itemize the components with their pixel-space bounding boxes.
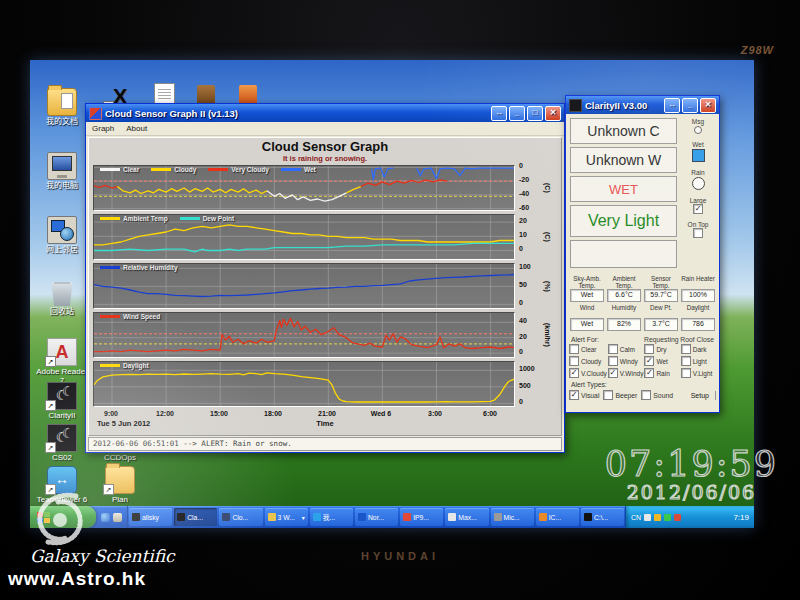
language-indicator[interactable]: CN xyxy=(631,514,641,521)
desktop-icon-网上邻居[interactable]: 网上邻居 xyxy=(34,216,90,254)
alert-checkbox-Dark[interactable]: Dark xyxy=(681,344,716,354)
plot-area[interactable]: Relative Humidity xyxy=(93,263,515,309)
tray-icon[interactable] xyxy=(674,514,681,521)
close-button[interactable]: ✕ xyxy=(700,98,716,113)
checkbox[interactable]: ✓ xyxy=(569,390,579,400)
taskbar-button-我...[interactable]: 我... xyxy=(310,508,353,526)
alert-checkbox-Cloudy[interactable]: Cloudy xyxy=(569,356,607,366)
alert-checkbox-V.Cloudy[interactable]: ✓V.Cloudy xyxy=(569,368,607,378)
alert-type-Beeper[interactable]: Beeper xyxy=(603,390,637,400)
desktop-icon-Plan[interactable]: Plan xyxy=(92,466,148,504)
watermark-url: www.Astro.hk xyxy=(8,568,146,590)
taskbar-button-IC...[interactable]: IC... xyxy=(536,508,579,526)
taskbar-button-Mic...[interactable]: Mic... xyxy=(491,508,534,526)
alert-checkbox-Rain[interactable]: ✓Rain xyxy=(644,368,679,378)
reading-label: Rain Heater xyxy=(681,275,715,289)
reading-Sensor Temp.: Sensor Temp. 59.7°C xyxy=(644,275,678,302)
taskbar-button-icon xyxy=(222,513,230,521)
alert-checkbox-Windy[interactable]: Windy xyxy=(608,356,644,366)
checkbox[interactable] xyxy=(681,368,691,378)
side-item-Rain[interactable]: Rain xyxy=(680,169,716,190)
side-item-Wet[interactable]: Wet xyxy=(680,141,716,162)
resize-button[interactable]: ↔ xyxy=(491,106,507,121)
reading-label: Sensor Temp. xyxy=(644,275,678,289)
chart-subtitle: It is raining or snowing. xyxy=(89,154,561,163)
taskbar-button-IP9...[interactable]: IP9... xyxy=(400,508,443,526)
checkbox[interactable] xyxy=(603,390,613,400)
desktop-icon-我的文档[interactable]: 我的文档 xyxy=(34,88,90,126)
alert-type-Sound[interactable]: Sound xyxy=(641,390,673,400)
close-button[interactable]: ✕ xyxy=(545,106,561,121)
tray-icon[interactable] xyxy=(644,514,651,521)
tray-icon[interactable] xyxy=(654,514,661,521)
checkbox[interactable]: ✓ xyxy=(693,204,703,214)
y-axis-ticks: 10005000 xyxy=(515,361,541,407)
taskbar-button-icon xyxy=(494,513,502,521)
checkbox[interactable] xyxy=(693,228,703,238)
minimize-button[interactable]: _ xyxy=(682,98,698,113)
alert-checkbox-Light[interactable]: Light xyxy=(681,356,716,366)
maximize-button[interactable]: □ xyxy=(527,106,543,121)
desktop-icon-我的电脑[interactable]: 我的电脑 xyxy=(34,152,90,190)
checkbox[interactable] xyxy=(644,344,654,354)
checkbox[interactable] xyxy=(681,344,691,354)
checkbox[interactable]: ✓ xyxy=(608,368,618,378)
desktop-icon-回收站[interactable]: 回收站 xyxy=(34,280,90,316)
alert-checkbox-Dry[interactable]: Dry xyxy=(644,344,679,354)
checkbox[interactable] xyxy=(569,344,579,354)
reading-label: Humidity xyxy=(607,304,641,318)
checkbox[interactable] xyxy=(641,390,651,400)
side-item-Large[interactable]: Large✓ xyxy=(680,197,716,214)
desktop-icon-label: 我的电脑 xyxy=(34,181,90,190)
setup-button[interactable]: Setup xyxy=(685,391,716,400)
internet-explorer-icon[interactable] xyxy=(101,513,110,522)
alert-checkbox-Calm[interactable]: Calm xyxy=(608,344,644,354)
menu-graph[interactable]: Graph xyxy=(92,124,114,133)
plot-area[interactable]: Daylight xyxy=(93,361,515,407)
desktop-icon-label: 我的文档 xyxy=(34,117,90,126)
alert-type-Visual[interactable]: ✓Visual xyxy=(569,390,599,400)
tray-icon[interactable] xyxy=(664,514,671,521)
taskbar-button-icon xyxy=(313,513,321,521)
alert-checkbox-V.Light[interactable]: V.Light xyxy=(681,368,716,378)
alert-checkbox-Clear[interactable]: Clear xyxy=(569,344,607,354)
checkbox[interactable]: ✓ xyxy=(644,356,654,366)
desktop-icon-ClarityII[interactable]: ClarityII xyxy=(34,382,90,420)
taskbar-button-allsky[interactable]: allsky xyxy=(129,508,172,526)
alert-checkbox-V.Windy[interactable]: ✓V.Windy xyxy=(608,368,644,378)
taskbar-button-C:\...[interactable]: C:\... xyxy=(581,508,624,526)
cloud-window-titlebar[interactable]: Cloud Sensor Graph II (v1.13) ↔ _ □ ✕ xyxy=(86,104,564,122)
checkbox[interactable]: ✓ xyxy=(569,368,579,378)
checkbox[interactable] xyxy=(608,356,618,366)
taskbar-button-Cla...[interactable]: Cla... xyxy=(174,508,217,526)
show-desktop-icon[interactable] xyxy=(113,513,122,522)
plot-area[interactable]: Ambient TempDew Point xyxy=(93,214,515,260)
taskbar-button-3 W...[interactable]: 3 W...▾ xyxy=(265,508,308,526)
resize-button[interactable]: ↔ xyxy=(664,98,680,113)
checkbox[interactable]: ✓ xyxy=(644,368,654,378)
chart-panel-0: ClearCloudyVery CloudyWet 0-20-40-60 (C) xyxy=(93,165,561,211)
taskbar-button-Nor...[interactable]: Nor... xyxy=(355,508,398,526)
minimize-button[interactable]: _ xyxy=(509,106,525,121)
alert-checkbox-Wet[interactable]: ✓Wet xyxy=(644,356,679,366)
clarity-app-icon xyxy=(569,99,582,112)
checkbox[interactable] xyxy=(569,356,579,366)
side-item-Msg[interactable]: Msg xyxy=(680,118,716,134)
taskbar-button-Max...[interactable]: Max... xyxy=(445,508,488,526)
legend-item: Ambient Temp xyxy=(100,215,168,222)
status-box-1: Unknown W xyxy=(570,147,677,173)
clarity-titlebar[interactable]: ClarityII V3.00 ↔ _ ✕ xyxy=(566,96,719,114)
checkbox[interactable] xyxy=(681,356,691,366)
side-item-On Top[interactable]: On Top xyxy=(680,221,716,238)
plot-area[interactable]: ClearCloudyVery CloudyWet xyxy=(93,165,515,211)
checkbox[interactable] xyxy=(608,344,618,354)
plot-area[interactable]: Wind Speed xyxy=(93,312,515,358)
taskbar-button-Clo...[interactable]: Clo... xyxy=(219,508,262,526)
recycle-icon xyxy=(48,280,76,306)
camera-date: 2012/06/06 xyxy=(605,482,778,502)
menu-about[interactable]: About xyxy=(126,124,147,133)
reading-value: Wet xyxy=(570,289,604,302)
desktop-icon-CS02[interactable]: CS02 xyxy=(34,424,90,462)
status-box-3: Very Light xyxy=(570,205,677,237)
desktop-icon-Adobe Reader 7[interactable]: Adobe Reader 7 xyxy=(34,338,90,385)
